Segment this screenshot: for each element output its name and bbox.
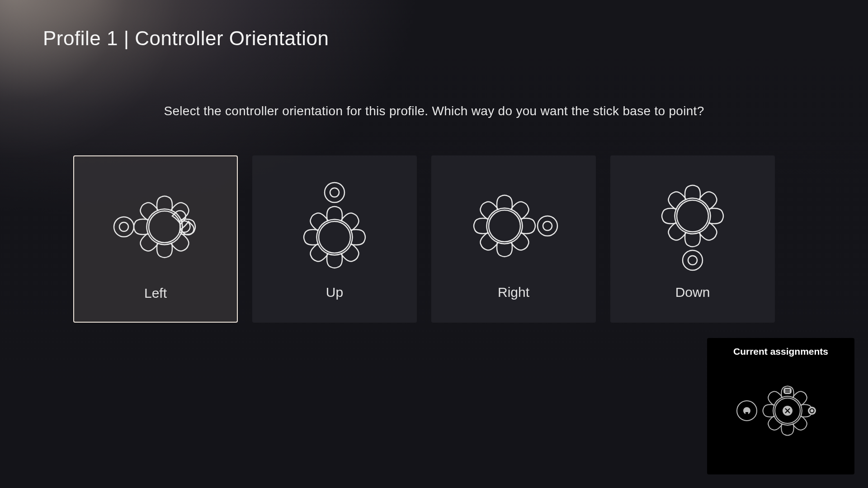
option-label: Left (144, 286, 167, 301)
controller-icon-left (74, 173, 237, 281)
svg-point-3 (319, 221, 350, 253)
orientation-option-right[interactable]: Right (431, 155, 596, 323)
svg-point-11 (688, 256, 697, 265)
circle-button-icon (808, 407, 816, 415)
svg-point-8 (543, 221, 552, 230)
svg-point-6 (489, 210, 520, 242)
controller-icon-down (610, 172, 775, 280)
svg-rect-14 (745, 412, 748, 415)
svg-point-9 (677, 200, 708, 232)
current-assignments-diagram (726, 363, 835, 454)
instruction-text: Select the controller orientation for th… (0, 104, 868, 118)
cross-button-icon (783, 406, 793, 416)
option-label: Right (498, 285, 529, 300)
controller-icon-right (431, 172, 596, 280)
current-assignments-title: Current assignments (733, 346, 828, 357)
svg-point-10 (683, 250, 703, 270)
orientation-option-up[interactable]: Up (252, 155, 417, 323)
svg-point-7 (538, 216, 557, 236)
svg-point-5 (330, 188, 339, 197)
controller-icon-up (252, 172, 417, 280)
svg-point-4 (325, 183, 344, 202)
options-button-icon (783, 388, 792, 394)
option-label: Down (675, 285, 710, 300)
current-assignments-panel: Current assignments (707, 338, 854, 474)
svg-point-0 (149, 211, 180, 243)
ps-button-icon (743, 407, 750, 415)
svg-point-21 (808, 407, 816, 415)
orientation-option-left[interactable]: Left (73, 155, 238, 323)
orientation-option-down[interactable]: Down (610, 155, 775, 323)
page-title: Profile 1 | Controller Orientation (43, 27, 329, 50)
orientation-options-row: Left (73, 155, 775, 323)
svg-point-2 (119, 222, 128, 231)
option-label: Up (326, 285, 343, 300)
svg-point-1 (114, 217, 134, 237)
